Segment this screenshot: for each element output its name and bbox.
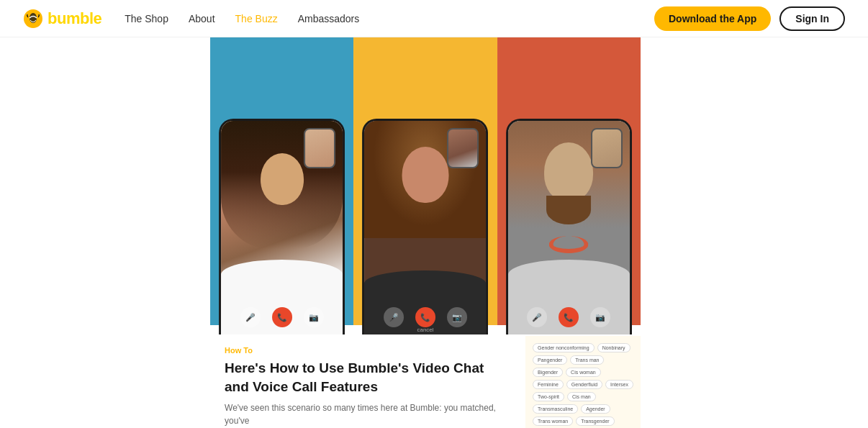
mini-thumb-3 <box>591 128 623 168</box>
tag-chip: Trans man <box>570 355 604 365</box>
mic-btn-3[interactable]: 🎤 <box>527 307 547 327</box>
tag-chip: Feminine <box>533 380 564 389</box>
article-thumbnail: Gender nonconforming Nonbinary Pangender… <box>525 336 641 428</box>
mini-thumb-1 <box>304 128 335 168</box>
controls-3: 🎤 📞 📷 <box>508 307 630 327</box>
tag-chip: Cis man <box>567 392 596 401</box>
phone-card-2: 🎤 📞 📷 cancel <box>363 119 489 334</box>
content-area: 🎤 📞 📷 🎤 📞 📷 cancel <box>0 37 868 428</box>
beard <box>546 196 591 224</box>
tag-chip: Transmasculine <box>533 404 578 414</box>
tag-chip: Pangender <box>533 355 567 365</box>
article-row: How To Here's How to Use Bumble's Video … <box>210 336 641 428</box>
mic-btn-1[interactable]: 🎤 <box>240 307 261 327</box>
end-call-btn-1[interactable]: 📞 <box>272 307 292 327</box>
article-tag: How To <box>225 346 511 355</box>
bumble-logo-icon <box>23 9 43 29</box>
phone-card-3: 🎤 📞 📷 <box>506 119 632 334</box>
article-excerpt: We've seen this scenario so many times h… <box>225 401 511 427</box>
cam-btn-3[interactable]: 📷 <box>590 307 610 327</box>
article-title: Here's How to Use Bumble's Video Chat an… <box>225 359 511 396</box>
face-3 <box>544 142 593 201</box>
nav-links: The Shop About The Buzz Ambassadors <box>125 13 654 24</box>
cam-btn-2[interactable]: 📷 <box>447 307 467 327</box>
controls-1: 🎤 📞 📷 <box>221 307 343 327</box>
mic-btn-2[interactable]: 🎤 <box>384 307 404 327</box>
navbar: bumble The Shop About The Buzz Ambassado… <box>0 0 868 37</box>
tags-grid: Gender nonconforming Nonbinary Pangender… <box>533 343 633 428</box>
nav-the-shop[interactable]: The Shop <box>125 13 168 24</box>
nav-actions: Download the App Sign In <box>654 6 845 31</box>
tag-chip: Gender nonconforming <box>533 343 595 352</box>
face-2 <box>402 147 449 203</box>
phone-card-1: 🎤 📞 📷 <box>219 119 345 334</box>
controls-2: 🎤 📞 📷 <box>365 307 487 327</box>
end-call-btn-3[interactable]: 📞 <box>559 307 579 327</box>
svg-point-1 <box>30 13 37 23</box>
headphones-icon <box>549 236 589 253</box>
brand-name: bumble <box>48 9 101 28</box>
tag-chip: Trans woman <box>533 416 573 426</box>
logo[interactable]: bumble <box>23 9 101 29</box>
tag-chip: Transgender <box>576 416 614 426</box>
tag-chip: Two-spirit <box>533 392 564 401</box>
cam-btn-1[interactable]: 📷 <box>304 307 324 327</box>
tag-chip: Cis woman <box>566 368 601 377</box>
phones-row: 🎤 📞 📷 🎤 📞 📷 cancel <box>210 50 641 334</box>
tag-chip: Genderfluid <box>566 380 602 389</box>
tag-chip: Bigender <box>533 368 563 377</box>
tag-chip: Agender <box>581 404 610 414</box>
cancel-label-2: cancel <box>417 327 433 333</box>
nav-the-buzz[interactable]: The Buzz <box>235 13 278 24</box>
tag-chip: Intersex <box>605 380 633 389</box>
face-1 <box>261 153 304 205</box>
mini-thumb-2 <box>448 128 479 168</box>
end-call-btn-2[interactable]: 📞 <box>415 307 435 327</box>
tag-chip: Nonbinary <box>597 343 630 352</box>
sign-in-button[interactable]: Sign In <box>779 6 845 31</box>
nav-ambassadors[interactable]: Ambassadors <box>298 13 360 24</box>
page-wrapper: bumble The Shop About The Buzz Ambassado… <box>0 0 868 428</box>
article-main: How To Here's How to Use Bumble's Video … <box>210 336 525 428</box>
download-app-button[interactable]: Download the App <box>654 6 771 31</box>
nav-about[interactable]: About <box>189 13 215 24</box>
